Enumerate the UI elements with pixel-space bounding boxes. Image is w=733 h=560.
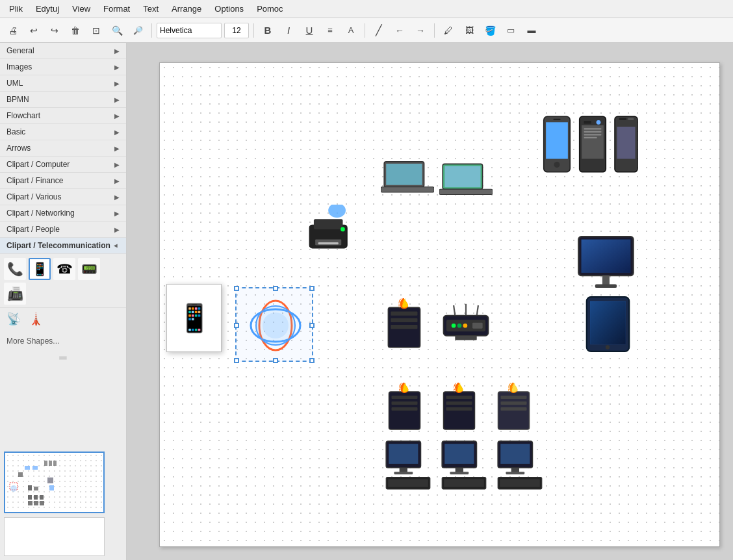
underline-button[interactable]: U (300, 22, 318, 39)
svg-rect-53 (602, 275, 610, 286)
redo-button[interactable]: ↪ (45, 22, 64, 39)
bold-button[interactable]: B (259, 22, 277, 39)
menu-format[interactable]: Format (97, 2, 136, 16)
canvas-page[interactable]: 📱 (159, 62, 720, 547)
svg-rect-24 (381, 187, 434, 192)
desktop3[interactable] (495, 440, 545, 492)
more-shapes-link[interactable]: More Shapes... (0, 333, 126, 350)
image-button[interactable]: 🖼 (460, 22, 478, 39)
menu-view[interactable]: View (66, 2, 97, 16)
handle-bc[interactable] (273, 358, 278, 363)
sidebar-item-clipart-computer[interactable]: Clipart / Computer ▶ (0, 157, 126, 173)
shape-antenna[interactable]: 📡 (4, 309, 23, 329)
shape-phone3[interactable]: 📟 (78, 258, 100, 280)
minimap-page2[interactable] (4, 517, 105, 556)
arrow-left-button[interactable]: ← (391, 22, 409, 39)
menu-options[interactable]: Options (208, 2, 250, 16)
svg-rect-6 (47, 477, 53, 483)
server1-svg (383, 298, 428, 351)
svg-rect-100 (506, 472, 524, 474)
canvas-area[interactable]: 📱 (127, 43, 733, 560)
container-button[interactable]: ▬ (522, 22, 541, 39)
shape-tower[interactable]: 🗼 (26, 309, 45, 329)
phone1[interactable] (540, 115, 574, 173)
phone2[interactable] (576, 115, 610, 173)
phone2-svg (576, 115, 610, 173)
sidebar-item-basic[interactable]: Basic ▶ (0, 124, 126, 140)
align-button[interactable]: ≡ (321, 22, 339, 39)
desktop2[interactable] (439, 440, 489, 492)
phone3[interactable] (611, 115, 641, 173)
arrow-right-button[interactable]: → (411, 22, 430, 39)
sidebar-item-clipart-networking[interactable]: Clipart / Networking ▶ (0, 205, 126, 222)
svg-point-64 (452, 324, 456, 328)
laptop1-svg (381, 157, 434, 199)
arrow-icon: ▶ (114, 210, 120, 217)
stroke-button[interactable]: ▭ (502, 22, 520, 39)
tablet[interactable] (584, 296, 632, 353)
shape-phone4[interactable]: 📠 (4, 283, 26, 305)
font-size-input[interactable] (224, 23, 249, 38)
handle-tc[interactable] (273, 286, 278, 291)
shape-mobile[interactable]: 📱 (29, 258, 51, 280)
menu-edytuj[interactable]: Edytuj (29, 2, 66, 16)
sidebar-item-clipart-finance[interactable]: Clipart / Finance ▶ (0, 173, 126, 189)
shape-phone-old[interactable]: 📞 (4, 258, 26, 280)
phone3-svg (611, 115, 641, 173)
handle-tr[interactable] (309, 286, 315, 291)
shape-popup[interactable]: 📱 (166, 284, 222, 352)
sidebar-item-uml[interactable]: UML ▶ (0, 75, 126, 92)
arrow-icon: ▼ (113, 242, 120, 249)
handle-tl[interactable] (234, 286, 239, 291)
menu-text[interactable]: Text (136, 2, 165, 16)
arrow-icon: ▶ (114, 64, 120, 71)
router[interactable] (441, 302, 491, 346)
fit-button[interactable]: ⊡ (87, 22, 105, 39)
monitor[interactable] (577, 235, 642, 300)
handle-bl[interactable] (234, 358, 239, 363)
server-fire1[interactable] (383, 298, 428, 351)
toolbar: 🖨 ↩ ↪ 🗑 ⊡ 🔍 🔎 B I U ≡ A ╱ ← → 🖊 🖼 🪣 ▭ ▬ (0, 18, 733, 43)
printer[interactable] (308, 205, 359, 255)
sidebar-item-bpmn[interactable]: BPMN ▶ (0, 92, 126, 108)
sidebar-item-clipart-telecom[interactable]: Clipart / Telecommunication ▼ (0, 238, 126, 254)
svg-rect-12 (40, 495, 44, 500)
server-fire4[interactable] (494, 383, 536, 433)
sidebar-item-flowchart[interactable]: Flowchart ▶ (0, 108, 126, 124)
desktop1[interactable] (383, 440, 433, 492)
svg-line-61 (477, 305, 478, 316)
server-fire2[interactable] (385, 383, 427, 433)
italic-button[interactable]: I (279, 22, 298, 39)
laptop2[interactable] (439, 160, 493, 201)
svg-rect-86 (389, 444, 418, 464)
print-button[interactable]: 🖨 (4, 22, 22, 39)
sidebar-item-images[interactable]: Images ▶ (0, 59, 126, 75)
sidebar-item-general[interactable]: General ▶ (0, 43, 126, 59)
handle-br[interactable] (309, 358, 315, 363)
zoom-out-button[interactable]: 🔎 (129, 22, 147, 39)
delete-button[interactable]: 🗑 (66, 22, 84, 39)
server-fire3[interactable] (439, 383, 482, 433)
laptop1[interactable] (381, 157, 434, 199)
menubar: Plik Edytuj View Format Text Arrange Opt… (0, 0, 733, 18)
sidebar-item-clipart-people[interactable]: Clipart / People ▶ (0, 222, 126, 238)
menu-pomoc[interactable]: Pomoc (250, 2, 289, 16)
sidebar-item-clipart-various[interactable]: Clipart / Various ▶ (0, 189, 126, 205)
shape-phone2[interactable]: ☎ (53, 258, 75, 280)
pen-color-button[interactable]: 🖊 (439, 22, 457, 39)
font-select[interactable] (157, 23, 222, 38)
svg-rect-2 (44, 461, 47, 466)
zoom-in-button[interactable]: 🔍 (108, 22, 126, 39)
svg-rect-94 (450, 472, 469, 474)
minimap-area (0, 448, 126, 560)
handle-mr[interactable] (309, 323, 315, 328)
undo-button[interactable]: ↩ (25, 22, 43, 39)
text-size-button[interactable]: A (342, 22, 360, 39)
handle-ml[interactable] (234, 323, 239, 328)
fill-button[interactable]: 🪣 (481, 22, 499, 39)
minimap-page1[interactable] (4, 452, 105, 513)
menu-plik[interactable]: Plik (3, 2, 29, 16)
menu-arrange[interactable]: Arrange (165, 2, 208, 16)
line-button[interactable]: ╱ (370, 22, 388, 39)
sidebar-item-arrows[interactable]: Arrows ▶ (0, 140, 126, 157)
